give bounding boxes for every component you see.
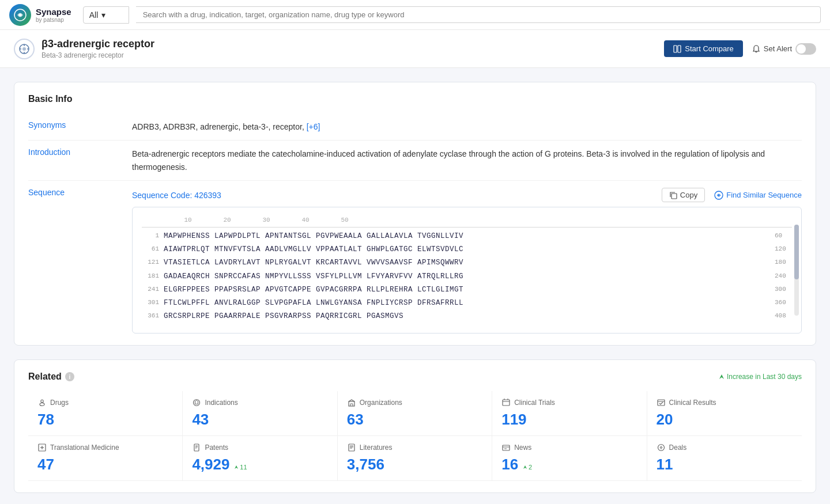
sequence-row: 1 MAPWPHENSS LAPWPDLPTL APNTANTSGL PGVPW… xyxy=(142,230,792,243)
literatures-icon xyxy=(347,443,356,452)
sequence-row: 121 VTASIETLCA LAVDRYLAVT NPLRYGALVT KRC… xyxy=(142,256,792,270)
entity-header: β3-adrenergic receptor Beta-3 adrenergic… xyxy=(0,30,830,68)
basic-info-title: Basic Info xyxy=(28,94,802,104)
related-item-count: 16 xyxy=(501,456,518,473)
related-item[interactable]: Patents 4,929 11 xyxy=(183,436,337,481)
svg-point-13 xyxy=(40,403,44,406)
sequence-actions: Copy Find Similar Sequence xyxy=(662,188,802,202)
related-item-count: 43 xyxy=(192,411,209,428)
logo-icon xyxy=(9,4,31,26)
seq-row-start: 361 xyxy=(142,310,159,323)
deals-icon xyxy=(657,443,666,452)
related-info-icon[interactable]: i xyxy=(65,372,74,381)
related-item-count: 63 xyxy=(347,411,364,428)
related-item-count: 3,756 xyxy=(347,456,384,473)
related-item-label: Clinical Trials xyxy=(501,398,637,407)
synonyms-more[interactable]: [+6] xyxy=(307,122,320,131)
sequence-code-link[interactable]: Sequence Code: 426393 xyxy=(132,191,221,200)
seq-row-start: 241 xyxy=(142,283,159,297)
search-type-dropdown[interactable]: All ▾ xyxy=(83,6,129,24)
compare-icon xyxy=(673,45,681,53)
related-item[interactable]: Indications 43 xyxy=(183,391,337,436)
related-header: Related i Increase in Last 30 days xyxy=(28,372,802,382)
seq-row-data: ELGRFPPEES PPAPSRSLAP APVGTCAPPE GVPACGR… xyxy=(164,283,768,297)
copy-icon xyxy=(669,191,677,199)
related-section: Related i Increase in Last 30 days Drugs… xyxy=(14,359,816,493)
sequence-label: Sequence xyxy=(28,188,132,197)
drugs-icon xyxy=(37,398,47,407)
seq-row-start: 61 xyxy=(142,243,159,256)
svg-point-12 xyxy=(718,194,720,196)
related-item[interactable]: Clinical Results 20 xyxy=(647,391,802,436)
seq-row-data: GRCSRPLRPE PGAARRPALE PSGVRARPSS PAQRRIC… xyxy=(164,310,768,323)
sequence-box[interactable]: 10 20 30 40 50 1 MAPWPHENSS LAPWPDLPTL A… xyxy=(132,207,802,334)
svg-rect-10 xyxy=(671,194,677,199)
sequence-scrollbar[interactable] xyxy=(794,225,799,316)
search-input[interactable] xyxy=(143,10,813,19)
alert-toggle[interactable] xyxy=(795,43,816,55)
related-item[interactable]: Organizations 63 xyxy=(338,391,492,436)
related-item[interactable]: Drugs 78 xyxy=(28,391,183,436)
logo-title: Synapse xyxy=(36,7,71,17)
related-item-name: News xyxy=(514,444,531,452)
seq-row-data: FTLCWLPFFL ANVLRALGGP SLVPGPAFLA LNWLGYA… xyxy=(164,297,768,310)
entity-subtitle: Beta-3 adrenergic receptor xyxy=(42,51,154,59)
svg-rect-34 xyxy=(503,445,510,450)
related-item-count-area: 63 xyxy=(347,411,482,429)
svg-rect-30 xyxy=(349,444,354,451)
related-item[interactable]: Clinical Trials 119 xyxy=(492,391,647,436)
related-item-label: Organizations xyxy=(347,398,482,407)
synonyms-label: Synonyms xyxy=(28,120,132,133)
entity-actions: Start Compare Set Alert xyxy=(664,40,816,57)
related-item-count: 20 xyxy=(657,411,673,428)
seq-row-data: GADAEAQRCH SNPRCCAFAS NMPYVLLSSS VSFYLPL… xyxy=(164,270,768,283)
header: Synapse by patsnap All ▾ xyxy=(0,0,830,30)
related-item-count: 47 xyxy=(37,456,54,473)
clinical-results-icon xyxy=(657,398,666,407)
related-item-label: Drugs xyxy=(37,398,173,407)
related-item-count-area: 3,756 xyxy=(347,456,482,473)
related-item-name: Organizations xyxy=(360,399,402,407)
seq-row-end: 408 xyxy=(775,310,792,323)
related-item-count-area: 43 xyxy=(192,411,327,429)
logo: Synapse by patsnap xyxy=(9,4,71,26)
main-content: Basic Info Synonyms ADRB3, ADRB3R, adren… xyxy=(0,68,830,503)
svg-rect-8 xyxy=(674,46,677,52)
svg-rect-9 xyxy=(678,46,681,52)
seq-row-start: 1 xyxy=(142,230,159,243)
related-item[interactable]: Literatures 3,756 xyxy=(338,436,492,481)
sequence-ruler: 10 20 30 40 50 xyxy=(142,217,792,228)
increase-label: Increase in Last 30 days xyxy=(719,373,802,381)
related-item[interactable]: Deals 11 xyxy=(647,436,802,481)
related-item-name: Indications xyxy=(205,399,237,407)
entity-title-text: β3-adrenergic receptor Beta-3 adrenergic… xyxy=(42,38,154,59)
badge-arrow-icon xyxy=(523,465,527,469)
sequence-row: 301 FTLCWLPFFL ANVLRALGGP SLVPGPAFLA LNW… xyxy=(142,297,792,310)
clinical-trials-icon xyxy=(501,398,511,407)
svg-rect-17 xyxy=(503,400,510,406)
basic-info-card: Basic Info Synonyms ADRB3, ADRB3R, adren… xyxy=(14,82,816,346)
alert-icon xyxy=(752,45,760,53)
organizations-icon xyxy=(347,398,356,407)
seq-row-end: 360 xyxy=(775,297,792,310)
seq-row-data: AIAWTPRLQT MTNVFVTSLA AADLVMGLLV VPPAATL… xyxy=(164,243,768,256)
seq-row-start: 121 xyxy=(142,256,159,270)
set-alert-button[interactable]: Set Alert xyxy=(752,43,816,55)
related-item-name: Literatures xyxy=(360,444,393,452)
search-bar[interactable] xyxy=(136,6,821,23)
svg-rect-26 xyxy=(194,444,199,451)
related-item-label: News xyxy=(501,443,637,452)
seq-row-end: 120 xyxy=(775,243,792,256)
related-item-count: 119 xyxy=(501,411,526,428)
start-compare-button[interactable]: Start Compare xyxy=(664,40,743,57)
related-item-name: Clinical Trials xyxy=(514,399,555,407)
related-item[interactable]: Translational Medicine 47 xyxy=(28,436,183,481)
increase-arrow-icon xyxy=(719,374,725,380)
related-item-name: Drugs xyxy=(50,399,69,407)
related-item[interactable]: News 16 2 xyxy=(492,436,647,481)
copy-button[interactable]: Copy xyxy=(662,188,705,202)
related-item-name: Patents xyxy=(205,444,228,452)
find-similar-button[interactable]: Find Similar Sequence xyxy=(714,191,802,200)
synonyms-row: Synonyms ADRB3, ADRB3R, adrenergic, beta… xyxy=(28,113,802,141)
chevron-down-icon: ▾ xyxy=(101,10,105,20)
